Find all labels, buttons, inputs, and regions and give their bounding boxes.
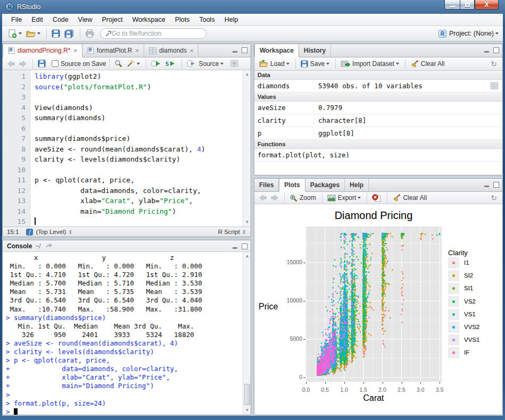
menu-item-view[interactable]: View bbox=[73, 14, 97, 26]
file-type-label[interactable]: R Script bbox=[218, 229, 240, 235]
menu-item-project[interactable]: Project bbox=[97, 14, 127, 26]
load-workspace-button[interactable]: Load bbox=[258, 59, 291, 69]
menu-item-workspace[interactable]: Workspace bbox=[127, 14, 170, 26]
remove-plot-button[interactable] bbox=[370, 193, 383, 203]
tab-workspace-history[interactable]: History bbox=[299, 44, 331, 57]
editor-tab-diamondpricingr[interactable]: RdiamondPricing.R*× bbox=[3, 44, 82, 57]
tab-workspace-workspace[interactable]: Workspace bbox=[254, 44, 299, 57]
open-file-button[interactable] bbox=[24, 29, 42, 39]
pane-maximize-icon[interactable] bbox=[242, 47, 247, 53]
console-output[interactable]: x y z Min. : 0.000 Min. : 0.000 Min. : 0… bbox=[3, 252, 243, 415]
import-dataset-button[interactable]: Import Dataset bbox=[339, 59, 401, 69]
workspace-object-row[interactable]: diamonds53940 obs. of 10 variables bbox=[254, 80, 502, 93]
minimize-button[interactable] bbox=[444, 0, 460, 10]
menu-item-plots[interactable]: Plots bbox=[170, 14, 195, 26]
save-button[interactable] bbox=[50, 28, 62, 39]
toolbar-separator bbox=[46, 28, 47, 39]
find-button[interactable] bbox=[113, 58, 124, 69]
tab-plots-help[interactable]: Help bbox=[345, 179, 369, 191]
code-tools-button[interactable] bbox=[125, 58, 142, 69]
pane-minimize-icon[interactable] bbox=[484, 47, 490, 53]
editor-tab-diamonds[interactable]: diamonds× bbox=[144, 44, 198, 57]
menu-item-help[interactable]: Help bbox=[220, 14, 243, 26]
workspace-object-row[interactable]: aveSize0.7979 bbox=[254, 102, 502, 114]
previous-plot-button[interactable] bbox=[258, 194, 268, 202]
scroll-up-icon[interactable]: ▲ bbox=[244, 71, 251, 78]
zoom-plot-button[interactable]: Zoom bbox=[288, 193, 318, 203]
code-text[interactable]: library(ggplot2)source("plots/formatPlot… bbox=[30, 70, 251, 226]
nav-forward-button[interactable] bbox=[18, 60, 28, 68]
editor-tab-formatplotr[interactable]: RformatPlot.R× bbox=[82, 44, 144, 57]
pane-minimize-icon[interactable] bbox=[484, 182, 490, 188]
console-command: + xlab="Carat", ylab="Price", bbox=[6, 373, 243, 382]
title-bar[interactable]: R RStudio X bbox=[0, 0, 505, 14]
workspace-object-row[interactable]: format.plot(plot, size) bbox=[254, 149, 502, 162]
console-output-line: Max. :10.740 Max. :58.900 Max. :31.800 bbox=[6, 305, 243, 314]
scroll-down-icon[interactable]: ▼ bbox=[244, 219, 251, 226]
refresh-workspace-icon[interactable]: ↻ bbox=[491, 60, 499, 68]
scrollbar-thumb[interactable] bbox=[244, 384, 250, 405]
tab-close-icon[interactable]: × bbox=[190, 47, 193, 54]
tab-plots-packages[interactable]: Packages bbox=[305, 179, 345, 191]
tab-close-icon[interactable]: × bbox=[73, 47, 77, 54]
scroll-down-icon[interactable]: ▼ bbox=[244, 407, 251, 414]
rerun-button[interactable]: 5 bbox=[164, 59, 177, 68]
pane-maximize-icon[interactable] bbox=[242, 243, 247, 249]
editor-pane-controls bbox=[232, 47, 247, 53]
next-plot-button[interactable] bbox=[269, 194, 280, 202]
y-tick-mark bbox=[303, 377, 305, 378]
tab-plots-plots[interactable]: Plots bbox=[279, 179, 305, 192]
save-workspace-button[interactable]: Save bbox=[299, 59, 331, 69]
pane-minimize-icon[interactable] bbox=[232, 47, 238, 53]
refresh-plot-icon[interactable]: ↻ bbox=[491, 194, 499, 202]
maximize-icon bbox=[465, 3, 470, 7]
menu-item-code[interactable]: Code bbox=[48, 14, 73, 26]
code-token: "Carat" bbox=[101, 197, 130, 205]
clear-workspace-button[interactable]: Clear All bbox=[409, 59, 446, 69]
workspace-object-row[interactable]: pggplot[8] bbox=[254, 127, 502, 140]
code-editor[interactable]: 123456789101112131415 library(ggplot2)so… bbox=[3, 70, 251, 226]
tab-close-icon[interactable]: × bbox=[136, 47, 139, 54]
workspace-object-row[interactable]: claritycharacter[8] bbox=[254, 114, 502, 127]
menu-item-edit[interactable]: Edit bbox=[27, 14, 48, 26]
maximize-button[interactable] bbox=[460, 0, 475, 10]
view-data-grid-icon[interactable] bbox=[491, 82, 498, 89]
tab-plots-files[interactable]: Files bbox=[254, 179, 279, 191]
clear-plots-button[interactable]: Clear All bbox=[391, 193, 428, 203]
console-scrollbar[interactable]: ▲ ▼ bbox=[243, 252, 251, 415]
cursor-position: 15:1 bbox=[7, 229, 19, 235]
menu-item-tools[interactable]: Tools bbox=[194, 14, 219, 26]
legend-point-icon bbox=[452, 262, 455, 264]
code-line: main="Diamond Pricing") bbox=[35, 206, 251, 217]
close-button[interactable]: X bbox=[475, 0, 499, 10]
editor-scrollbar[interactable]: ▲ ▼ bbox=[243, 70, 251, 226]
run-button[interactable] bbox=[150, 59, 163, 68]
pane-minimize-icon[interactable] bbox=[232, 243, 238, 249]
x-tick-mark bbox=[402, 382, 402, 384]
pane-maximize-icon[interactable] bbox=[493, 47, 499, 53]
goto-file-input[interactable] bbox=[112, 30, 197, 37]
project-selector[interactable]: R Project: (None) bbox=[438, 30, 499, 38]
open-in-window-icon[interactable] bbox=[45, 243, 53, 249]
scope-label[interactable]: (Top Level) bbox=[36, 229, 66, 235]
print-button[interactable] bbox=[84, 28, 96, 39]
menu-item-file[interactable]: File bbox=[6, 14, 27, 26]
editor-save-button[interactable] bbox=[36, 58, 47, 69]
window-title: RStudio bbox=[17, 3, 40, 11]
open-file-caret-icon bbox=[37, 32, 40, 35]
source-on-save-checkbox[interactable] bbox=[52, 60, 59, 67]
save-all-button[interactable] bbox=[63, 28, 76, 39]
pane-maximize-icon[interactable] bbox=[493, 182, 499, 188]
code-line: p <- qplot(carat, price, bbox=[35, 175, 251, 186]
scroll-up-icon[interactable]: ▲ bbox=[244, 253, 251, 260]
nav-back-button[interactable] bbox=[6, 60, 16, 68]
x-tick-label: 2.0 bbox=[374, 387, 392, 393]
workspace-tab-strip: WorkspaceHistory bbox=[254, 44, 502, 57]
toolbar-separator bbox=[32, 58, 33, 69]
console-output-line: 326 950 2401 3933 5324 18820 bbox=[6, 331, 243, 339]
source-button[interactable]: Source bbox=[185, 59, 225, 69]
goto-file-search[interactable] bbox=[100, 28, 206, 39]
outline-button[interactable] bbox=[229, 59, 240, 68]
new-file-button[interactable] bbox=[6, 28, 23, 39]
export-plot-button[interactable]: Export bbox=[326, 193, 363, 203]
